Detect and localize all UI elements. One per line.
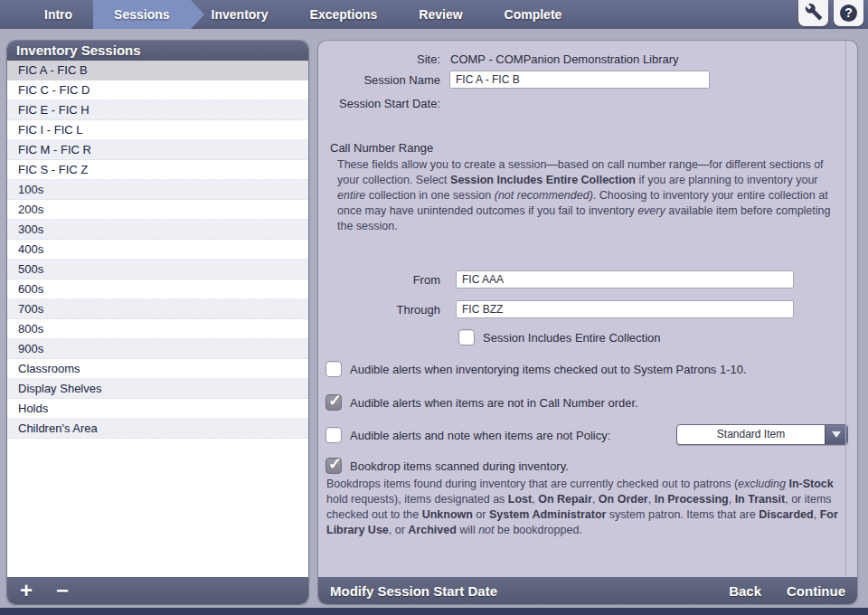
entire-collection-row: Session Includes Entire Collection xyxy=(458,329,661,345)
call-number-range-heading: Call Number Range xyxy=(330,141,433,155)
tab-intro[interactable]: Intro xyxy=(24,0,93,29)
policy-dropdown-button[interactable] xyxy=(825,425,847,444)
chevron-down-icon xyxy=(832,431,841,438)
session-list: FIC A - FIC BFIC C - FIC DFIC E - FIC HF… xyxy=(7,61,308,439)
policy-dropdown-value: Standard Item xyxy=(677,425,825,444)
alert-call-number-order-label: Audible alerts when items are not in Cal… xyxy=(350,396,638,410)
call-number-range-description: These fields allow you to create a sessi… xyxy=(337,157,844,234)
session-list-item[interactable]: 300s xyxy=(7,220,308,240)
top-navbar: IntroSessionsInventoryExceptionsReviewCo… xyxy=(0,0,868,29)
tab-sessions[interactable]: Sessions xyxy=(93,0,190,29)
from-label: From xyxy=(318,273,440,287)
through-input[interactable] xyxy=(456,300,794,318)
session-name-row: Session Name xyxy=(318,71,710,89)
session-list-item[interactable]: Display Shelves xyxy=(7,379,308,399)
session-start-date-row: Session Start Date: xyxy=(318,97,450,110)
session-detail-panel: Site: COMP - COMPanion Demonstration Lib… xyxy=(318,41,857,604)
session-list-item[interactable]: 400s xyxy=(7,240,308,260)
help-icon: ? xyxy=(840,5,857,22)
sidebar-footer: + − xyxy=(7,577,308,604)
tab-inventory[interactable]: Inventory xyxy=(191,0,289,29)
session-list-item[interactable]: FIC C - FIC D xyxy=(7,80,308,100)
tab-exceptions[interactable]: Exceptions xyxy=(289,0,399,29)
alert-policy-row: Audible alerts and note when items are n… xyxy=(326,427,610,443)
session-list-item[interactable]: Classrooms xyxy=(7,359,308,379)
site-value: COMP - COMPanion Demonstration Library xyxy=(450,52,679,66)
wrench-icon xyxy=(805,3,823,24)
alert-system-patrons-checkbox[interactable] xyxy=(326,361,342,377)
alert-call-number-order-checkbox[interactable] xyxy=(326,394,342,411)
session-list-item[interactable]: 900s xyxy=(7,339,308,359)
through-row: Through xyxy=(318,300,794,318)
session-list-item[interactable]: FIC E - FIC H xyxy=(7,100,308,120)
add-session-button[interactable]: + xyxy=(20,578,56,603)
session-list-item[interactable]: 700s xyxy=(7,299,308,319)
session-list-item[interactable]: FIC A - FIC B xyxy=(7,61,308,80)
from-row: From xyxy=(318,270,794,289)
bookdrop-row: Bookdrop items scanned during inventory. xyxy=(326,458,569,474)
session-list-item[interactable]: 600s xyxy=(7,279,308,299)
site-label: Site: xyxy=(318,52,440,66)
entire-collection-label: Session Includes Entire Collection xyxy=(483,331,661,345)
alert-system-patrons-row: Audible alerts when inventorying items c… xyxy=(326,361,747,377)
main-footer: Modify Session Start Date Back Continue xyxy=(318,577,857,604)
bookdrop-label: Bookdrop items scanned during inventory. xyxy=(350,459,569,473)
tab-complete[interactable]: Complete xyxy=(484,0,583,29)
alert-policy-label: Audible alerts and note when items are n… xyxy=(350,429,610,442)
session-list-item[interactable]: 500s xyxy=(7,260,308,279)
continue-button[interactable]: Continue xyxy=(787,583,845,599)
alert-system-patrons-label: Audible alerts when inventorying items c… xyxy=(350,363,747,376)
help-button[interactable]: ? xyxy=(834,0,863,26)
alert-policy-checkbox[interactable] xyxy=(326,427,342,443)
from-input[interactable] xyxy=(456,270,794,289)
session-list-item[interactable]: 200s xyxy=(7,200,308,220)
tab-review[interactable]: Review xyxy=(398,0,483,29)
session-list-item[interactable]: FIC I - FIC L xyxy=(7,120,308,140)
scrollbar-track[interactable] xyxy=(845,41,857,577)
session-list-item[interactable]: Children's Area xyxy=(7,419,308,439)
entire-collection-checkbox[interactable] xyxy=(458,329,475,345)
nav-tabs: IntroSessionsInventoryExceptionsReviewCo… xyxy=(24,0,582,29)
modify-session-start-date-button[interactable]: Modify Session Start Date xyxy=(330,583,497,599)
bookdrop-description: Bookdrops items found during inventory t… xyxy=(326,477,855,538)
policy-dropdown[interactable]: Standard Item xyxy=(676,424,848,445)
session-start-date-label: Session Start Date: xyxy=(318,97,440,110)
session-list-item[interactable]: FIC M - FIC R xyxy=(7,140,308,160)
session-name-label: Session Name xyxy=(318,73,440,87)
session-list-item[interactable]: 800s xyxy=(7,319,308,339)
session-list-item[interactable]: 100s xyxy=(7,180,308,200)
session-name-input[interactable] xyxy=(449,71,710,89)
bookdrop-checkbox[interactable] xyxy=(326,458,342,474)
session-list-item[interactable]: FIC S - FIC Z xyxy=(7,160,308,180)
back-button[interactable]: Back xyxy=(729,583,761,599)
tools-button[interactable] xyxy=(798,0,828,26)
session-list-item[interactable]: Holds xyxy=(7,399,308,419)
through-label: Through xyxy=(318,303,440,317)
site-row: Site: COMP - COMPanion Demonstration Lib… xyxy=(318,52,839,66)
inventory-sessions-panel: Inventory Sessions FIC A - FIC BFIC C - … xyxy=(7,41,308,604)
sidebar-title: Inventory Sessions xyxy=(7,41,308,61)
alert-call-number-order-row: Audible alerts when items are not in Cal… xyxy=(326,394,638,411)
window-bottom-edge xyxy=(0,608,868,615)
remove-session-button[interactable]: − xyxy=(56,578,92,603)
nav-tools: ? xyxy=(798,0,868,29)
